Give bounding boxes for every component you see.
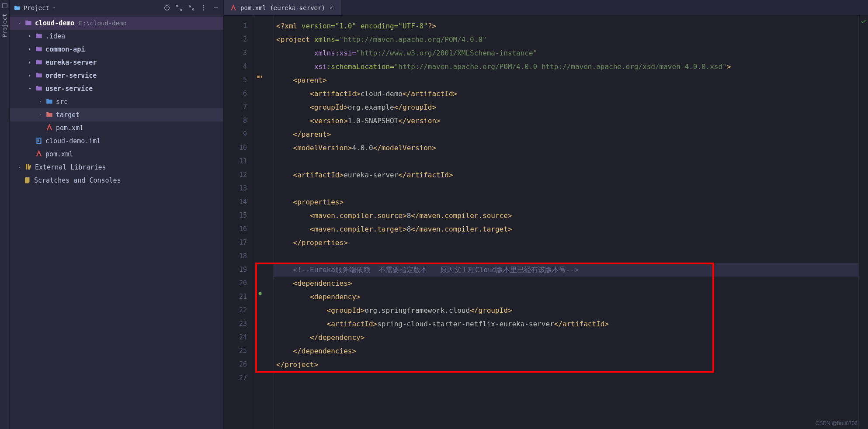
module-icon	[35, 58, 43, 67]
editor-area: pom.xml (eureka-server) 1 2 3 4 5 6 7 8 …	[224, 0, 868, 429]
chevron-right-icon[interactable]	[27, 73, 32, 78]
bean-icon[interactable]	[257, 291, 263, 297]
left-rail: Project	[0, 0, 10, 429]
aim-icon[interactable]	[163, 4, 171, 12]
maven-icon	[45, 124, 53, 133]
svg-rect-0	[2, 3, 7, 8]
project-panel: Project cloud-demo E:\cloud-demo	[10, 0, 224, 429]
tree-item-ext-libraries[interactable]: External Libraries	[10, 161, 223, 174]
expand-icon[interactable]	[175, 4, 183, 12]
tree-item-user-service[interactable]: user-service	[10, 82, 223, 95]
more-icon[interactable]	[200, 4, 208, 12]
project-name: cloud-demo	[35, 19, 74, 27]
module-icon	[35, 45, 43, 54]
project-icon	[13, 4, 21, 12]
chevron-right-icon[interactable]	[17, 165, 22, 170]
maven-icon	[230, 4, 237, 11]
svg-point-2	[167, 7, 168, 9]
svg-point-6	[259, 292, 262, 295]
tree-item-target[interactable]: target	[10, 108, 223, 121]
tree-item-pom-root[interactable]: pom.xml	[10, 148, 223, 161]
chevron-right-icon[interactable]	[38, 112, 43, 118]
tree-item-idea[interactable]: .idea	[10, 30, 223, 43]
maven-icon	[35, 150, 43, 159]
tree-item-eureka-server[interactable]: eureka-server	[10, 56, 223, 69]
editor-tabs: pom.xml (eureka-server)	[224, 0, 868, 16]
maven-up-icon[interactable]: m↑	[257, 74, 263, 80]
code-area[interactable]: 1 2 3 4 5 6 7 8 9 10 11 12 13 14 15 16 1…	[224, 16, 868, 429]
module-icon	[35, 84, 43, 93]
svg-point-4	[203, 7, 205, 9]
code-body[interactable]: <?xml version="1.0" encoding="UTF-8"?> <…	[274, 16, 858, 429]
collapse-icon[interactable]	[187, 4, 195, 12]
folder-icon	[35, 32, 43, 41]
scratch-icon	[24, 176, 31, 185]
checkmark-icon	[861, 18, 867, 24]
ij-file-icon	[35, 137, 43, 146]
icon-gutter: m↑	[254, 16, 266, 429]
tree-item-common-api[interactable]: common-api	[10, 43, 223, 56]
folder-icon	[45, 97, 53, 107]
chevron-right-icon[interactable]	[38, 99, 43, 104]
project-tree[interactable]: cloud-demo E:\cloud-demo .idea common-ap…	[10, 16, 223, 429]
minimize-icon[interactable]	[212, 4, 220, 12]
fold-gutter[interactable]	[266, 16, 274, 429]
folder-icon	[24, 19, 32, 28]
tree-item-src[interactable]: src	[10, 95, 223, 108]
chevron-right-icon[interactable]	[27, 47, 32, 52]
inspection-gutter[interactable]	[858, 16, 868, 429]
svg-point-5	[203, 9, 205, 10]
project-panel-title[interactable]: Project	[24, 4, 49, 11]
project-panel-header: Project	[10, 0, 223, 16]
close-icon[interactable]	[329, 5, 335, 11]
tree-item-scratches[interactable]: Scratches and Consoles	[10, 174, 223, 187]
module-icon	[35, 71, 43, 80]
folder-icon	[45, 111, 53, 120]
tree-root[interactable]: cloud-demo E:\cloud-demo	[10, 17, 223, 30]
tab-label: pom.xml (eureka-server)	[240, 4, 325, 11]
watermark: CSDN @hrui0706	[816, 420, 858, 426]
tree-item-pom-user[interactable]: pom.xml	[10, 121, 223, 135]
tree-item-iml[interactable]: cloud-demo.iml	[10, 135, 223, 148]
tree-item-order-service[interactable]: order-service	[10, 69, 223, 82]
project-rail-label[interactable]: Project	[1, 14, 8, 39]
chevron-down-icon[interactable]	[52, 6, 56, 10]
chevron-right-icon[interactable]	[27, 34, 32, 39]
line-gutter: 1 2 3 4 5 6 7 8 9 10 11 12 13 14 15 16 1…	[224, 16, 254, 429]
svg-point-3	[203, 5, 205, 7]
tab-pom-eureka[interactable]: pom.xml (eureka-server)	[224, 0, 341, 15]
project-path: E:\cloud-demo	[77, 20, 127, 27]
project-rail-icon[interactable]	[2, 3, 8, 10]
library-icon	[24, 163, 32, 172]
chevron-down-icon[interactable]	[27, 86, 32, 91]
chevron-down-icon[interactable]	[17, 21, 22, 26]
chevron-right-icon[interactable]	[27, 60, 32, 65]
